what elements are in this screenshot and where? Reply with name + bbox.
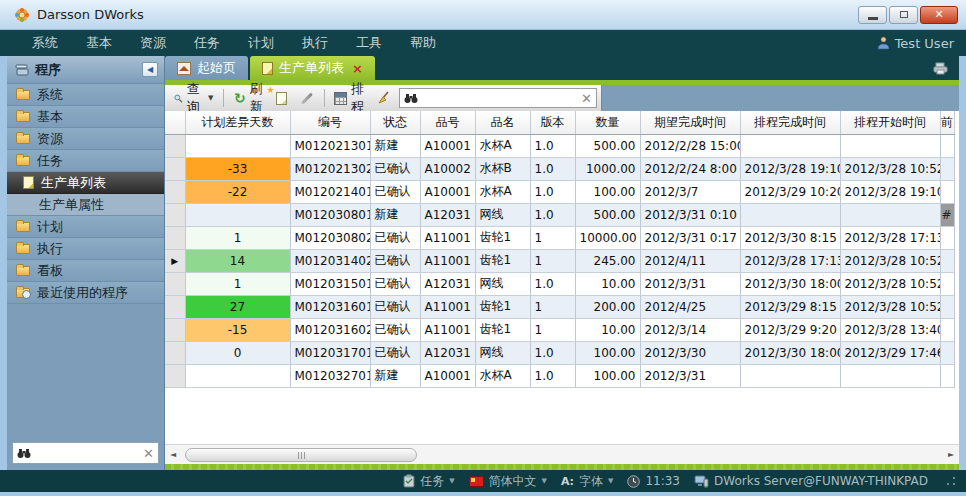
row-selector[interactable]	[165, 318, 185, 341]
status-font[interactable]: A: 字体 ▼	[561, 473, 614, 490]
status-language[interactable]: 简体中文 ▼	[469, 473, 547, 490]
row-selector-header[interactable]	[165, 111, 185, 134]
row-selector[interactable]	[165, 157, 185, 180]
query-dropdown-icon[interactable]: ▼	[208, 94, 213, 102]
row-selector[interactable]	[165, 203, 185, 226]
status-tasks[interactable]: 任务 ▼	[403, 473, 454, 490]
font-dropdown-icon[interactable]: ▼	[608, 477, 613, 485]
order-row-M012031701[interactable]: 0M012031701已确认A12031网线1.0100.002012/3/30…	[165, 341, 954, 364]
cell-extra	[940, 134, 954, 157]
menu-item-4[interactable]: 计划	[234, 30, 288, 56]
sidebar-item-2[interactable]: 资源	[7, 128, 164, 150]
new-button[interactable]: ★	[271, 90, 292, 107]
tasks-dropdown-icon[interactable]: ▼	[449, 477, 454, 485]
cell-version: 1	[530, 295, 575, 318]
title-bar[interactable]: Darsson DWorks ✕	[0, 0, 966, 30]
row-selector[interactable]	[165, 364, 185, 387]
scrollbar-thumb[interactable]	[185, 448, 417, 462]
grid-search-input[interactable]	[422, 91, 577, 105]
sidebar-item-7[interactable]: 执行	[7, 238, 164, 260]
document-icon	[23, 176, 34, 189]
tab-home[interactable]: 起始页	[165, 56, 248, 80]
language-dropdown-icon[interactable]: ▼	[542, 477, 547, 485]
cell-sched_start: 2012/3/29 17:46	[840, 341, 940, 364]
order-row-M012030801[interactable]: M012030801新建A12031网线1.0500.002012/3/31 0…	[165, 203, 954, 226]
menu-item-0[interactable]: 系统	[18, 30, 72, 56]
sidebar-item-0[interactable]: 系统	[7, 84, 164, 106]
cell-code: M012031601	[290, 295, 370, 318]
tab-close-icon[interactable]: ×	[352, 61, 363, 76]
current-row-marker[interactable]: ▶	[165, 249, 185, 272]
grid-search-box[interactable]: ✕	[399, 88, 597, 108]
refresh-icon: ↻	[234, 91, 246, 105]
menu-item-2[interactable]: 资源	[126, 30, 180, 56]
row-selector[interactable]	[165, 180, 185, 203]
scroll-left-icon[interactable]: ◄	[165, 446, 181, 464]
order-row-M012021401[interactable]: -22M012021401已确认A10001水杯A1.0100.002012/3…	[165, 180, 954, 203]
printer-icon[interactable]	[933, 62, 949, 75]
row-selector[interactable]	[165, 341, 185, 364]
order-row-M012021302[interactable]: -33M012021302已确认A10002水杯B1.01000.002012/…	[165, 157, 954, 180]
menu-item-5[interactable]: 执行	[288, 30, 342, 56]
order-row-M012030802[interactable]: 1M012030802已确认A11001齿轮1110000.002012/3/3…	[165, 226, 954, 249]
sidebar-item-8[interactable]: 看板	[7, 260, 164, 282]
cell-status: 新建	[370, 134, 420, 157]
row-selector[interactable]	[165, 295, 185, 318]
order-row-M012032701[interactable]: M012032701新建A10001水杯A1.0100.002012/3/31	[165, 364, 954, 387]
minimize-button[interactable]	[858, 6, 887, 24]
edit-button[interactable]	[295, 95, 319, 102]
clean-button[interactable]	[372, 89, 396, 107]
column-header-extra[interactable]: 前	[940, 111, 954, 134]
sidebar-item-6[interactable]: 计划	[7, 216, 164, 238]
horizontal-scrollbar[interactable]: ◄ ►	[165, 444, 959, 464]
cell-expect: 2012/2/28 15:00	[640, 134, 740, 157]
column-header-qty[interactable]: 数量	[575, 111, 640, 134]
menu-item-6[interactable]: 工具	[342, 30, 396, 56]
sidebar-search-input[interactable]	[35, 446, 139, 460]
column-header-item_no[interactable]: 品号	[420, 111, 475, 134]
column-header-sched_end[interactable]: 排程完成时间	[740, 111, 840, 134]
user-name: Test User	[895, 36, 954, 51]
column-header-sched_start[interactable]: 排程开始时间	[840, 111, 940, 134]
status-server[interactable]: DWorks Server@FUNWAY-THINKPAD	[694, 474, 928, 488]
column-header-status[interactable]: 状态	[370, 111, 420, 134]
row-selector[interactable]	[165, 134, 185, 157]
folder-icon	[16, 112, 30, 122]
column-header-item_name[interactable]: 品名	[475, 111, 530, 134]
order-row-M012031501[interactable]: 1M012031501已确认A12031网线1.010.002012/3/312…	[165, 272, 954, 295]
order-row-M012021301[interactable]: M012021301新建A10001水杯A1.0500.002012/2/28 …	[165, 134, 954, 157]
maximize-button[interactable]	[889, 6, 918, 24]
order-row-M012031402[interactable]: ▶14M012031402已确认A11001齿轮11245.002012/4/1…	[165, 249, 954, 272]
user-badge[interactable]: Test User	[877, 36, 954, 51]
menu-item-7[interactable]: 帮助	[396, 30, 450, 56]
cell-qty: 245.00	[575, 249, 640, 272]
column-header-version[interactable]: 版本	[530, 111, 575, 134]
row-selector[interactable]	[165, 226, 185, 249]
sidebar-item-1[interactable]: 基本	[7, 106, 164, 128]
menu-item-3[interactable]: 任务	[180, 30, 234, 56]
sidebar-search-box[interactable]: ✕	[12, 442, 159, 464]
resize-grip[interactable]	[946, 476, 956, 486]
tab-home-label: 起始页	[197, 59, 236, 77]
sidebar-search-clear-icon[interactable]: ✕	[143, 446, 154, 461]
cell-item_no: A11001	[420, 249, 475, 272]
sidebar-item-4[interactable]: 生产单列表	[7, 172, 164, 194]
column-header-diff[interactable]: 计划差异天数	[185, 111, 290, 134]
grid-search-clear-icon[interactable]: ✕	[581, 91, 592, 106]
folder-icon	[16, 90, 30, 100]
row-selector[interactable]	[165, 272, 185, 295]
column-header-expect[interactable]: 期望完成时间	[640, 111, 740, 134]
menu-item-1[interactable]: 基本	[72, 30, 126, 56]
cell-version: 1	[530, 249, 575, 272]
sidebar-item-5[interactable]: 生产单属性	[7, 194, 164, 216]
sidebar-item-3[interactable]: 任务	[7, 150, 164, 172]
sidebar-collapse-button[interactable]: ◀	[142, 62, 158, 77]
sidebar-item-9[interactable]: 最近使用的程序	[7, 282, 164, 304]
cell-diff: -22	[185, 180, 290, 203]
tab-production-order-list[interactable]: 生产单列表 ×	[250, 56, 375, 80]
scroll-right-icon[interactable]: ►	[943, 446, 959, 464]
order-row-M012031602[interactable]: -15M012031602已确认A11001齿轮1110.002012/3/14…	[165, 318, 954, 341]
order-row-M012031601[interactable]: 27M012031601已确认A11001齿轮11200.002012/4/25…	[165, 295, 954, 318]
close-button[interactable]: ✕	[920, 6, 958, 24]
column-header-code[interactable]: 编号	[290, 111, 370, 134]
